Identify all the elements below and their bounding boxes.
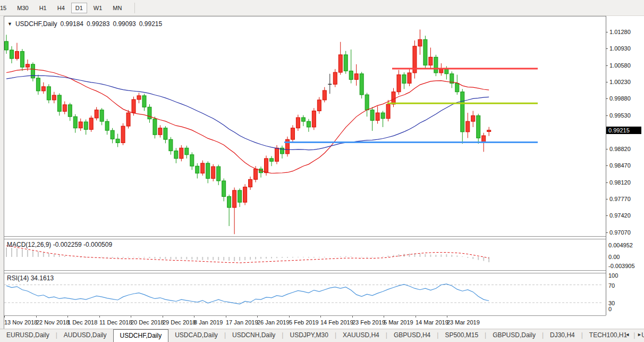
price-axis-label: 0.97420	[609, 212, 631, 219]
time-tick	[163, 316, 163, 318]
price-axis-label: 1.00230	[609, 79, 631, 85]
ma-fast-line	[6, 69, 489, 173]
price-axis-label: 1.00580	[609, 62, 631, 69]
tab-scroll-left-icon[interactable]: ◄	[625, 332, 630, 337]
price-axis-label: 0.99880	[609, 95, 631, 102]
macd-indicator-label: MACD(12,26,9) -0.002259 -0.000509	[7, 241, 112, 248]
timeframe-button-mn[interactable]: MN	[108, 3, 126, 13]
date-axis-label: 20 Dec 2018	[131, 319, 164, 326]
time-tick	[416, 316, 416, 318]
time-tick	[289, 316, 290, 318]
timeframe-button-m30[interactable]: M30	[13, 3, 32, 13]
ohlc-low: 0.99093	[113, 20, 135, 28]
price-axis-label: 1.00930	[609, 45, 631, 52]
pane-divider-rsi[interactable]	[4, 270, 606, 273]
chart-tab-eurusd-daily[interactable]: EURUSD,Daily	[0, 329, 56, 342]
rsi-axis-label: 100	[608, 272, 618, 279]
chart-tab-gbpusd-h4[interactable]: GBPUSD,H4	[387, 329, 437, 342]
macd-axis-label: -0.003905	[608, 263, 635, 269]
time-tick	[384, 316, 384, 318]
chart-tab-dj30-h4[interactable]: DJ30,H4	[544, 329, 581, 342]
price-tick	[606, 82, 608, 82]
price-tick	[606, 165, 608, 166]
timeframe-button-w1[interactable]: W1	[89, 3, 107, 13]
date-axis-label: 5 Feb 2019	[289, 319, 319, 326]
rsi-indicator-label: RSI(14) 34.1613	[7, 274, 54, 282]
price-tick	[606, 215, 608, 216]
time-tick	[36, 316, 37, 318]
tab-scroll-right-icon[interactable]: ►	[637, 332, 642, 337]
price-tick	[606, 199, 608, 199]
time-tick	[447, 316, 447, 318]
price-axis-label: 0.97770	[609, 196, 631, 202]
date-axis-label: 5 Mar 2019	[384, 319, 413, 326]
price-axis-label: 0.98470	[609, 162, 631, 169]
price-axis-label: 1.01280	[609, 29, 631, 35]
timeframe-toolbar: 15M30H1H4D1W1MN	[0, 0, 644, 16]
timeframe-button-h1[interactable]: H1	[35, 3, 51, 13]
timeframe-button-d1[interactable]: D1	[71, 3, 87, 13]
macd-axis-label: 0.004952	[608, 242, 633, 248]
date-axis-label: 13 Nov 2018	[4, 319, 37, 326]
chart-symbol-label: USDCHF,Daily	[15, 20, 57, 28]
time-tick	[194, 316, 194, 318]
chart-tab-usdcad-daily[interactable]: USDCAD,Daily	[168, 329, 224, 342]
date-axis-label: 11 Dec 2018	[99, 319, 132, 326]
time-tick	[4, 316, 5, 318]
time-tick	[131, 316, 131, 318]
date-axis-label: 14 Mar 2019	[416, 319, 448, 326]
price-tick	[606, 182, 608, 183]
current-price-box: 0.99215	[606, 127, 641, 134]
chart-tab-gbpusd-daily[interactable]: GBPUSD,Daily	[486, 329, 542, 342]
ohlc-close: 0.99215	[139, 20, 162, 28]
date-axis-label: 29 Dec 2018	[163, 319, 196, 326]
date-axis-label: 1 Dec 2018	[67, 319, 97, 326]
date-axis-label: 26 Jan 2019	[257, 319, 290, 326]
date-axis-label: 22 Nov 2018	[36, 319, 69, 326]
time-tick	[99, 316, 100, 318]
price-chart-canvas[interactable]	[4, 16, 606, 328]
tab-scroll-buttons: ◄ ►	[625, 332, 642, 337]
macd-axis-label: 0.00	[608, 254, 620, 260]
time-tick	[226, 316, 226, 318]
price-axis-label: 0.99530	[609, 112, 631, 119]
rsi-pane	[4, 284, 601, 304]
chart-tab-usdjpy-m30[interactable]: USDJPY,M30	[283, 329, 334, 342]
date-axis-label: 17 Jan 2019	[226, 319, 258, 326]
chart-tab-usdcnh-daily[interactable]: USDCNH,Daily	[226, 329, 282, 342]
timeframe-button-15[interactable]: 15	[0, 3, 11, 13]
symbol-dropdown-icon[interactable]: ▼	[7, 21, 12, 27]
chart-tab-sp500-m15[interactable]: SP500,M15	[438, 329, 485, 342]
price-tick	[606, 98, 608, 99]
date-axis-label: 14 Feb 2019	[320, 319, 353, 326]
chart-tab-usdchf-daily[interactable]: USDCHF,Daily	[113, 329, 169, 342]
price-tick	[606, 149, 608, 149]
price-axis-label: 0.98820	[609, 146, 631, 152]
pane-divider-macd[interactable]	[4, 236, 606, 239]
chart-header: ▼ USDCHF,Daily 0.99184 0.99283 0.99093 0…	[7, 20, 162, 28]
rsi-axis-label: 70	[608, 282, 615, 289]
date-axis-label: 23 Mar 2019	[447, 319, 480, 326]
chart-tab-bar: EURUSD,Daily|AUDUSD,DailyUSDCHF,DailyUSD…	[0, 329, 644, 342]
price-axis-label: 0.98120	[609, 179, 631, 186]
time-tick	[320, 316, 321, 318]
rsi-line	[6, 284, 489, 304]
chart-tab-xauusd-h4[interactable]: XAUUSD,H4	[336, 329, 386, 342]
timeframe-button-h4[interactable]: H4	[53, 3, 69, 13]
ohlc-high: 0.99283	[87, 20, 109, 28]
price-axis-label: 0.97070	[609, 229, 631, 236]
rsi-axis-label: 0	[608, 306, 612, 312]
date-axis-label: 23 Feb 2019	[352, 319, 385, 326]
date-axis-label: 8 Jan 2019	[194, 319, 223, 326]
candles-layer	[5, 30, 491, 235]
time-tick	[352, 316, 353, 318]
time-tick	[67, 316, 68, 318]
price-tick	[606, 115, 608, 116]
price-tick	[606, 232, 608, 233]
time-tick	[257, 316, 258, 318]
ohlc-open: 0.99184	[61, 20, 83, 28]
chart-tab-audusd-daily[interactable]: AUDUSD,Daily	[57, 329, 113, 342]
price-tick	[606, 48, 608, 49]
price-tick	[606, 32, 608, 32]
price-tick	[606, 65, 608, 66]
